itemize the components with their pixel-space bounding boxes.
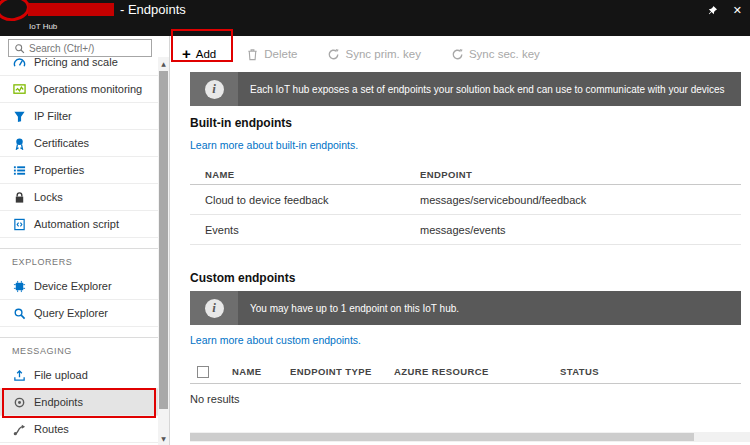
custom-info-banner-text: You may have up to 1 endpoint on this Io… bbox=[238, 291, 741, 325]
device-explorer-icon bbox=[12, 279, 26, 293]
info-icon-block: i bbox=[190, 291, 238, 325]
scroll-up-icon[interactable]: ▲ bbox=[158, 57, 169, 70]
horizontal-scrollbar[interactable] bbox=[190, 432, 750, 442]
custom-learn-more-link[interactable]: Learn more about custom endpoints. bbox=[190, 334, 361, 346]
info-banner: i Each IoT hub exposes a set of endpoint… bbox=[190, 72, 741, 106]
sidebar-item-label: Endpoints bbox=[34, 396, 83, 408]
sidebar-item-label: Automation script bbox=[34, 218, 119, 230]
sidebar-item-label: Locks bbox=[34, 191, 63, 203]
endpoints-icon bbox=[12, 395, 26, 409]
search-icon bbox=[14, 43, 25, 54]
table-row[interactable]: Cloud to device feedback messages/servic… bbox=[190, 185, 741, 215]
azure-portal-window: - Endpoints IoT Hub ✕ Pricing and scale bbox=[0, 0, 750, 445]
sidebar-item-label: Routes bbox=[34, 423, 69, 435]
sync-primary-key-label: Sync prim. key bbox=[345, 48, 420, 60]
horizontal-scrollbar-thumb[interactable] bbox=[190, 433, 694, 441]
table-row[interactable]: Events messages/events bbox=[190, 215, 741, 245]
sidebar-item-label: Operations monitoring bbox=[34, 83, 142, 95]
sidebar-item-device-explorer[interactable]: Device Explorer bbox=[0, 273, 158, 300]
sidebar-item-label: Pricing and scale bbox=[34, 57, 118, 68]
sidebar-item-routes[interactable]: Routes bbox=[0, 416, 158, 443]
scrollbar-thumb[interactable] bbox=[159, 71, 168, 409]
sidebar-item-pricing-and-scale[interactable]: Pricing and scale bbox=[0, 57, 158, 76]
operations-monitoring-icon bbox=[12, 82, 26, 96]
refresh-icon bbox=[451, 48, 464, 61]
table-header: NAME ENDPOINT bbox=[190, 165, 741, 185]
lock-icon bbox=[12, 190, 26, 204]
search-input[interactable] bbox=[29, 43, 146, 54]
sync-secondary-key-label: Sync sec. key bbox=[469, 48, 540, 60]
sidebar-item-label: Query Explorer bbox=[34, 307, 108, 319]
ip-filter-icon bbox=[12, 109, 26, 123]
scroll-down-icon[interactable]: ▼ bbox=[158, 432, 169, 445]
sidebar-menu: Pricing and scale Operations monitoring … bbox=[0, 57, 169, 445]
sync-primary-key-button[interactable]: Sync prim. key bbox=[327, 48, 420, 61]
info-icon-block: i bbox=[190, 72, 238, 106]
delete-icon bbox=[246, 48, 259, 61]
add-button[interactable]: + Add bbox=[182, 48, 216, 60]
properties-icon bbox=[12, 163, 26, 177]
sidebar-section-explorers: EXPLORERS bbox=[0, 248, 158, 273]
column-header-name: NAME bbox=[190, 169, 420, 180]
sync-secondary-key-button[interactable]: Sync sec. key bbox=[451, 48, 540, 61]
endpoints-blade: + Add Delete Sync prim. key Sync sec. ke… bbox=[171, 36, 750, 445]
top-bar: - Endpoints IoT Hub ✕ bbox=[0, 0, 750, 36]
builtin-endpoints-heading: Built-in endpoints bbox=[190, 116, 741, 130]
sidebar-item-automation-script[interactable]: Automation script bbox=[0, 211, 158, 238]
sidebar-item-ip-filter[interactable]: IP Filter bbox=[0, 103, 158, 130]
sidebar-item-query-explorer[interactable]: Query Explorer bbox=[0, 300, 158, 327]
empty-results-text: No results bbox=[190, 384, 741, 405]
select-all-checkbox[interactable] bbox=[197, 366, 209, 378]
sidebar-item-label: Device Explorer bbox=[34, 280, 112, 292]
close-icon[interactable]: ✕ bbox=[733, 4, 742, 17]
custom-endpoints-table: NAME ENDPOINT TYPE AZURE RESOURCE STATUS… bbox=[190, 360, 741, 405]
sidebar-item-file-upload[interactable]: File upload bbox=[0, 362, 158, 389]
sidebar-item-label: IP Filter bbox=[34, 110, 72, 122]
query-explorer-icon bbox=[12, 306, 26, 320]
sidebar-item-operations-monitoring[interactable]: Operations monitoring bbox=[0, 76, 158, 103]
delete-button-label: Delete bbox=[264, 48, 297, 60]
automation-script-icon bbox=[12, 217, 26, 231]
builtin-endpoints-table: NAME ENDPOINT Cloud to device feedback m… bbox=[190, 165, 741, 245]
column-header-name: NAME bbox=[232, 366, 290, 377]
annotation-oval bbox=[0, 0, 32, 23]
sidebar-search[interactable] bbox=[8, 39, 152, 57]
info-banner-text: Each IoT hub exposes a set of endpoints … bbox=[238, 72, 741, 106]
info-icon: i bbox=[205, 80, 224, 99]
column-header-status: STATUS bbox=[560, 366, 741, 377]
sidebar-item-label: Certificates bbox=[34, 137, 89, 149]
column-header-azure-resource: AZURE RESOURCE bbox=[394, 366, 560, 377]
cell-name: Cloud to device feedback bbox=[190, 194, 420, 206]
sidebar-item-label: File upload bbox=[34, 369, 88, 381]
certificates-icon bbox=[12, 136, 26, 150]
pin-icon[interactable] bbox=[707, 5, 718, 16]
custom-endpoints-heading: Custom endpoints bbox=[190, 271, 741, 285]
command-bar: + Add Delete Sync prim. key Sync sec. ke… bbox=[171, 36, 750, 66]
sidebar-item-properties[interactable]: Properties bbox=[0, 157, 158, 184]
redacted-hub-name bbox=[28, 3, 114, 16]
custom-info-banner: i You may have up to 1 endpoint on this … bbox=[190, 291, 741, 325]
sidebar-item-locks[interactable]: Locks bbox=[0, 184, 158, 211]
add-icon: + bbox=[182, 48, 191, 60]
sidebar-section-messaging: MESSAGING bbox=[0, 337, 158, 362]
sidebar-item-label: Properties bbox=[34, 164, 84, 176]
routes-icon bbox=[12, 422, 26, 436]
sidebar-scrollbar[interactable]: ▲ ▼ bbox=[158, 57, 169, 445]
column-header-endpoint: ENDPOINT bbox=[420, 169, 741, 180]
delete-button[interactable]: Delete bbox=[246, 48, 297, 61]
cell-endpoint: messages/events bbox=[420, 224, 741, 236]
pricing-and-scale-icon bbox=[12, 57, 26, 69]
cell-name: Events bbox=[190, 224, 420, 236]
refresh-icon bbox=[327, 48, 340, 61]
builtin-learn-more-link[interactable]: Learn more about built-in endpoints. bbox=[190, 139, 358, 151]
blade-title: - Endpoints bbox=[120, 2, 186, 17]
resource-menu: Pricing and scale Operations monitoring … bbox=[0, 36, 170, 445]
blade-actions: ✕ bbox=[707, 4, 742, 17]
file-upload-icon bbox=[12, 368, 26, 382]
cell-endpoint: messages/servicebound/feedback bbox=[420, 194, 741, 206]
sidebar-item-endpoints[interactable]: Endpoints bbox=[0, 389, 158, 416]
sidebar-item-certificates[interactable]: Certificates bbox=[0, 130, 158, 157]
add-button-label: Add bbox=[196, 48, 216, 60]
table-header: NAME ENDPOINT TYPE AZURE RESOURCE STATUS bbox=[190, 360, 741, 384]
select-all-cell bbox=[190, 366, 232, 378]
